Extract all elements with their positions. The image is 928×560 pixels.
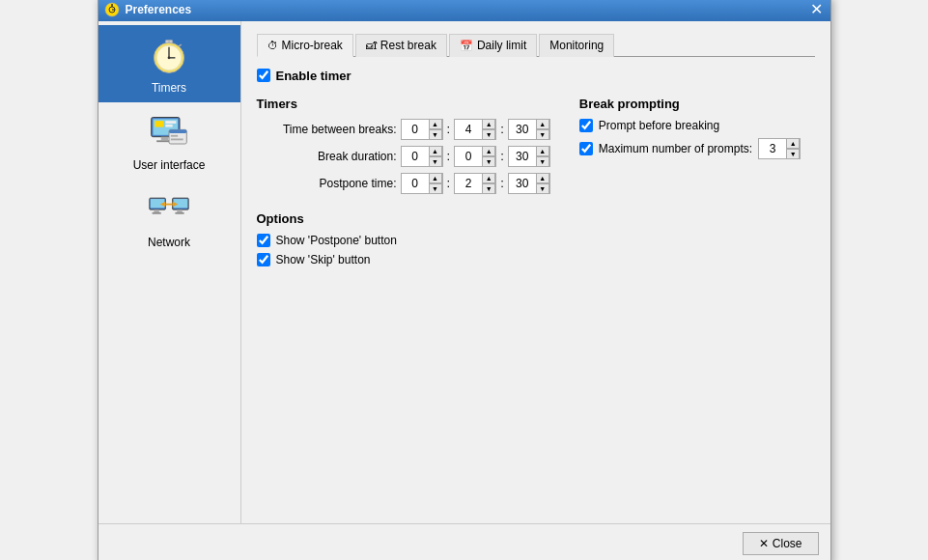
prompt-before-breaking-checkbox[interactable] [579,119,593,132]
tbr-mins-up[interactable]: ▲ [482,119,495,129]
tab-daily-limit[interactable]: 📅 Daily limit [449,34,537,57]
enable-timer-row: Enable timer [257,69,815,83]
prompt-before-breaking-label: Prompt before breaking [599,119,719,132]
network-icon [146,187,192,234]
close-footer-icon: ✕ [759,537,769,550]
footer: ✕ Close [98,523,830,561]
svg-rect-25 [154,210,159,212]
window-close-button[interactable]: ✕ [808,2,825,17]
main-content-area: ⏱ Micro-break 🛋 Rest break 📅 Daily limit… [241,21,830,523]
tab-daily-limit-label: Daily limit [477,39,526,52]
tbr-secs-box: ▲ ▼ [508,119,550,140]
daily-limit-tab-icon: 📅 [460,40,473,52]
time-between-breaks-spinners: ▲ ▼ : ▲ ▼ [401,119,550,140]
bd-hours-up[interactable]: ▲ [429,146,442,156]
main-two-col: Timers Time between breaks: ▲ ▼ [257,97,815,272]
postpone-time-spinners: ▲ ▼ : ▲ ▼ [401,173,550,194]
bd-hours-box: ▲ ▼ [401,146,443,167]
micro-break-tab-icon: ⏱ [267,40,278,51]
enable-timer-checkbox[interactable] [257,69,270,82]
bd-secs-box: ▲ ▼ [508,146,550,167]
pt-hours-box: ▲ ▼ [401,173,443,194]
tbr-hours-input[interactable] [402,120,429,139]
pt-secs-input[interactable] [509,174,536,193]
tbr-mins-down[interactable]: ▼ [482,129,495,140]
tab-micro-break-label: Micro-break [282,39,343,52]
sidebar-item-network[interactable]: Network [98,180,240,257]
max-prompts-checkbox[interactable] [579,142,593,155]
show-postpone-checkbox[interactable] [257,234,270,247]
time-between-breaks-row: Time between breaks: ▲ ▼ : [257,119,550,140]
tbr-secs-input[interactable] [509,120,536,139]
bd-secs-up[interactable]: ▲ [536,146,549,156]
svg-rect-29 [177,210,183,212]
bd-mins-down[interactable]: ▼ [482,156,495,167]
break-prompting-title: Break prompting [579,97,801,111]
tbr-secs-down[interactable]: ▼ [536,129,549,140]
pt-secs-down[interactable]: ▼ [536,183,549,194]
sidebar-item-timers[interactable]: Timers [98,25,240,102]
tbr-secs-btns: ▲ ▼ [536,119,549,140]
max-prompts-row: Maximum number of prompts: ▲ ▼ [579,138,801,159]
pt-hours-up[interactable]: ▲ [429,173,442,183]
sidebar: Timers [98,21,241,523]
close-footer-button[interactable]: ✕ Close [743,532,819,555]
timers-section: Timers Time between breaks: ▲ ▼ [257,97,550,272]
sidebar-timers-label: Timers [152,81,186,95]
pt-mins-down[interactable]: ▼ [482,183,495,194]
tab-micro-break[interactable]: ⏱ Micro-break [257,34,353,57]
sidebar-network-label: Network [148,236,190,249]
pt-hours-down[interactable]: ▼ [429,183,442,194]
bd-hours-down[interactable]: ▼ [429,156,442,167]
tab-rest-break[interactable]: 🛋 Rest break [355,34,447,57]
bd-mins-box: ▲ ▼ [454,146,496,167]
max-prompts-input[interactable] [759,139,786,158]
tbr-mins-input[interactable] [455,120,482,139]
rest-break-tab-icon: 🛋 [366,40,377,51]
show-skip-checkbox[interactable] [257,253,270,266]
break-duration-row: Break duration: ▲ ▼ : [257,146,550,167]
title-bar-left: Preferences [104,2,192,17]
postpone-time-row: Postpone time: ▲ ▼ : [257,173,550,194]
svg-rect-30 [175,211,183,213]
svg-rect-14 [155,121,163,126]
preferences-window: Preferences ✕ [98,0,831,560]
timers-section-title: Timers [257,97,550,111]
tab-monitoring[interactable]: Monitoring [539,34,614,57]
break-duration-label: Break duration: [257,150,397,163]
tbr-secs-up[interactable]: ▲ [536,119,549,129]
svg-rect-21 [171,134,178,136]
max-prompts-up[interactable]: ▲ [786,138,800,149]
tbr-hours-down[interactable]: ▼ [429,129,442,140]
bd-mins-up[interactable]: ▲ [482,146,495,156]
break-prompting-section: Break prompting Prompt before breaking M… [579,97,801,272]
postpone-time-label: Postpone time: [257,177,397,190]
pt-secs-up[interactable]: ▲ [536,173,549,183]
window-body: Timers [98,21,830,523]
tbr-mins-box: ▲ ▼ [454,119,496,140]
bd-secs-down[interactable]: ▼ [536,156,549,167]
bd-hours-input[interactable] [402,147,429,166]
svg-line-11 [179,44,182,46]
options-section: Options Show 'Postpone' button Show 'Ski… [257,211,550,266]
pt-hours-input[interactable] [402,174,429,193]
user-interface-icon [146,110,192,156]
tbr-hours-btns: ▲ ▼ [429,119,442,140]
tbr-hours-box: ▲ ▼ [401,119,443,140]
tbr-hours-up[interactable]: ▲ [429,119,442,129]
svg-rect-22 [171,138,183,140]
bd-mins-input[interactable] [455,147,482,166]
title-bar: Preferences ✕ [98,0,830,21]
show-postpone-label: Show 'Postpone' button [276,234,397,247]
window-title: Preferences [126,3,192,16]
pt-mins-input[interactable] [455,174,482,193]
options-title: Options [257,211,550,226]
show-skip-label: Show 'Skip' button [276,253,371,266]
max-prompts-down[interactable]: ▼ [786,149,800,159]
svg-rect-26 [153,211,161,213]
tabs-bar: ⏱ Micro-break 🛋 Rest break 📅 Daily limit… [257,33,815,57]
close-footer-label: Close [773,537,802,550]
pt-mins-up[interactable]: ▲ [482,173,495,183]
sidebar-item-user-interface[interactable]: User interface [98,102,240,180]
bd-secs-input[interactable] [509,147,536,166]
